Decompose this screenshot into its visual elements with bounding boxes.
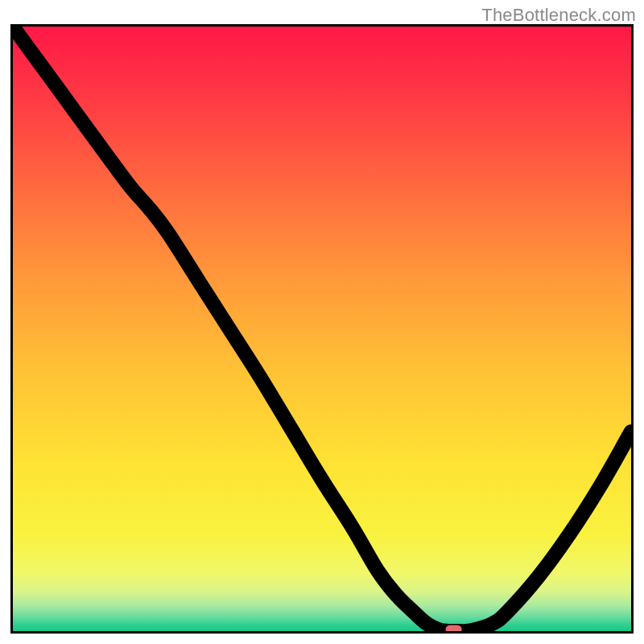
watermark-text: TheBottleneck.com	[481, 5, 636, 26]
optimal-marker	[446, 625, 462, 631]
chart-container: TheBottleneck.com	[0, 0, 644, 644]
plot-area	[13, 27, 631, 631]
bottleneck-curve	[13, 27, 631, 631]
curve-layer	[13, 27, 631, 631]
chart-frame	[10, 24, 634, 634]
